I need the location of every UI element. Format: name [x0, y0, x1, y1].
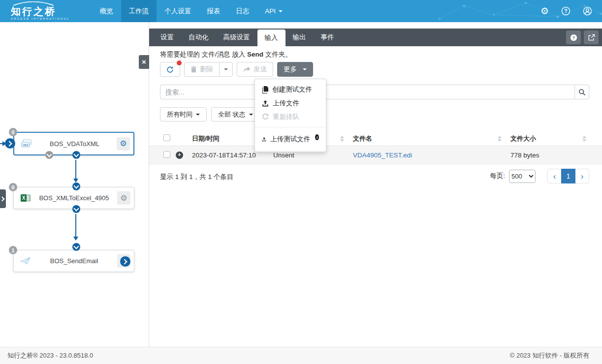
per-page-label: 每页:	[490, 172, 505, 181]
svg-text:VDA: VDA	[23, 144, 29, 147]
node-badge: 0	[9, 183, 17, 191]
time-filter-button[interactable]: 所有时间	[160, 107, 207, 121]
chevron-right-icon	[581, 172, 584, 181]
redo-icon	[262, 114, 269, 121]
chevron-down-icon	[73, 206, 79, 211]
workspace-tab-bar: 设置 自动化 高级设置 输入 输出 事件 ?	[149, 29, 602, 46]
node-output-connector[interactable]	[72, 205, 80, 213]
table-row[interactable]: 2023-07-18T14:57:10 Unsent VDA4905_TEST.…	[149, 146, 602, 164]
main-nav: 概览 工作流 个人设置 报表 日志 API	[92, 0, 290, 22]
expand-sidebar-handle[interactable]	[0, 189, 6, 208]
external-link-icon	[588, 34, 595, 41]
refresh-icon	[166, 66, 174, 73]
help-icon[interactable]: ?	[561, 6, 570, 16]
tab-automation[interactable]: 自动化	[181, 29, 216, 46]
node-output-connector[interactable]	[72, 151, 80, 159]
delete-options-button[interactable]	[219, 62, 233, 77]
connector-line	[75, 214, 76, 237]
page-1-button[interactable]: 1	[561, 169, 575, 183]
nav-item-overview[interactable]: 概览	[92, 0, 121, 22]
sort-icon[interactable]	[582, 136, 586, 142]
svg-text:?: ?	[572, 35, 575, 40]
node-input-connector[interactable]	[72, 182, 80, 190]
nav-item-reports[interactable]: 报表	[199, 0, 228, 22]
chevron-down-icon	[73, 152, 79, 157]
workflow-node-sendemail[interactable]: BOS_SendEmail	[13, 250, 134, 272]
select-all-checkbox[interactable]	[163, 134, 170, 141]
row-checkbox[interactable]	[163, 151, 170, 158]
status-filter-button[interactable]: 全部 状态	[211, 107, 260, 121]
tab-output[interactable]: 输出	[285, 29, 314, 46]
delete-button[interactable]: 删除	[184, 62, 220, 77]
node-label: BOS_SendEmail	[31, 257, 117, 265]
create-file-icon	[262, 86, 268, 93]
trash-icon	[190, 66, 197, 73]
cell-filename-link[interactable]: VDA4905_TEST.edi	[353, 152, 412, 159]
account-icon[interactable]	[583, 6, 592, 16]
more-dropdown-menu: 创建测试文件 上传文件 重新排队 上传测试文件	[254, 79, 326, 152]
cell-filesize: 778 bytes	[510, 152, 539, 159]
nav-item-logs[interactable]: 日志	[228, 0, 257, 22]
node-badge: 0	[9, 128, 17, 136]
chevron-down-icon	[73, 183, 79, 188]
refresh-button[interactable]	[160, 62, 180, 77]
cell-datetime: 2023-07-18T14:57:10	[190, 152, 268, 159]
node-input-connector[interactable]	[5, 138, 15, 149]
search-bar	[160, 85, 589, 99]
tab-input[interactable]: 输入	[257, 30, 285, 46]
next-page-button[interactable]	[575, 169, 589, 183]
svg-text:?: ?	[564, 8, 567, 14]
chevron-down-icon	[303, 68, 307, 70]
menu-item-requeue[interactable]: 重新排队	[255, 110, 326, 124]
tab-advanced-settings[interactable]: 高级设置	[216, 29, 257, 46]
top-navbar: 知行之桥 ARCESB INTERNATIONAL 概览 工作流 个人设置 报表…	[0, 0, 602, 22]
cell-status: Unsent	[273, 152, 294, 159]
table-summary: 显示 1 到 1，共 1 个条目	[160, 173, 233, 182]
menu-item-upload-test-file[interactable]: 上传测试文件	[255, 130, 326, 148]
more-button[interactable]: 更多	[277, 62, 313, 77]
node-output-connector[interactable]	[45, 151, 53, 159]
chevron-down-icon	[196, 114, 200, 116]
logo-title: 知行之桥	[11, 6, 56, 16]
delete-split-button: 删除	[184, 62, 233, 77]
prev-page-button[interactable]	[547, 169, 562, 183]
search-button[interactable]	[574, 85, 589, 99]
filter-bar: 所有时间 全部 状态	[160, 107, 260, 121]
node-settings-button[interactable]	[117, 191, 130, 205]
app-logo[interactable]: 知行之桥 ARCESB INTERNATIONAL	[11, 1, 70, 21]
column-header-filesize[interactable]: 文件大小	[505, 134, 589, 143]
column-header-filename[interactable]: 文件名	[347, 134, 505, 143]
node-label: BOS_XMLToExcel_4905	[31, 194, 117, 202]
chevron-down-icon	[249, 114, 253, 116]
file-toolbar: 删除 发送 更多	[160, 62, 313, 77]
search-icon	[578, 89, 586, 96]
nav-item-api[interactable]: API	[257, 0, 290, 22]
tab-events[interactable]: 事件	[314, 29, 342, 46]
open-in-new-window-button[interactable]	[584, 30, 599, 44]
close-icon	[142, 58, 146, 66]
node-settings-button[interactable]	[117, 137, 130, 151]
svg-text:X: X	[22, 195, 26, 201]
nav-item-profile[interactable]: 个人设置	[157, 0, 199, 22]
tab-settings[interactable]: 设置	[153, 29, 181, 46]
chevron-down-icon	[279, 10, 283, 12]
expand-row-icon[interactable]	[176, 152, 183, 159]
node-input-connector[interactable]	[72, 243, 80, 251]
gear-icon[interactable]	[540, 6, 549, 16]
sort-icon[interactable]	[498, 136, 502, 142]
node-output-connector[interactable]	[120, 256, 130, 267]
per-page-select[interactable]: 500	[509, 170, 536, 183]
chevron-down-icon	[224, 68, 228, 70]
send-button[interactable]: 发送	[237, 62, 273, 77]
gear-icon	[120, 140, 127, 148]
menu-item-create-test-file[interactable]: 创建测试文件	[255, 83, 326, 96]
close-detail-panel-button[interactable]	[139, 55, 149, 69]
sort-icon[interactable]	[340, 136, 344, 142]
search-input[interactable]	[160, 85, 574, 99]
input-tab-content: 将需要处理的 文件/消息 放入 Send 文件夹。 删除 发送	[149, 46, 602, 347]
upload-icon	[262, 136, 266, 143]
help-button[interactable]: ?	[566, 30, 581, 44]
nav-item-workflows[interactable]: 工作流	[121, 0, 157, 22]
tab-description: 将需要处理的 文件/消息 放入 Send 文件夹。	[160, 50, 292, 59]
menu-item-upload-file[interactable]: 上传文件	[255, 96, 326, 110]
